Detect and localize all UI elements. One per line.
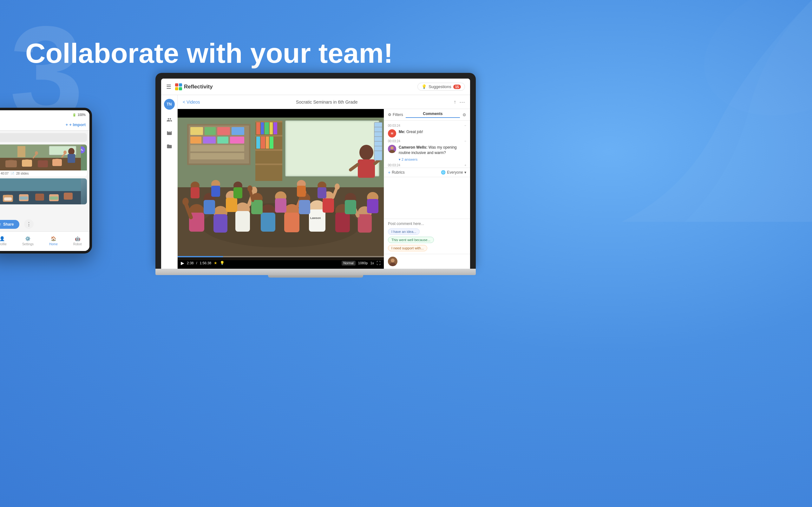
- laptop-screen: ☰ Reflectivity: [161, 78, 470, 269]
- app-header: ☰ Reflectivity: [161, 78, 470, 95]
- svg-rect-54: [255, 164, 282, 165]
- globe-icon: 🌐: [441, 170, 446, 175]
- comment1-author: Me:: [399, 130, 405, 134]
- total-time: 1:56:38: [200, 261, 211, 265]
- svg-rect-56: [261, 122, 264, 134]
- app-header-right: 💡 Suggestions 15: [417, 83, 465, 91]
- filter-button[interactable]: ⚙ Filters: [388, 112, 403, 117]
- app-header-left: ☰ Reflectivity: [166, 83, 213, 90]
- tablet-nav-robot[interactable]: 🤖 Robot: [73, 235, 82, 246]
- svg-rect-90: [261, 213, 275, 232]
- settings-nav-label: Settings: [22, 242, 34, 246]
- tablet-nav-profile[interactable]: 👤 Profile: [0, 235, 7, 246]
- svg-rect-105: [204, 200, 215, 214]
- current-time: 2:38: [187, 261, 194, 265]
- logo-sq-green: [179, 87, 182, 90]
- tablet-status-icons: 🔋 100%: [72, 113, 86, 117]
- tablet-nav-home[interactable]: 🏠 Home: [49, 235, 58, 246]
- logo-sq-red: [175, 83, 178, 87]
- svg-rect-55: [256, 122, 260, 134]
- video-duration: 40:07: [1, 172, 9, 175]
- svg-rect-59: [273, 122, 277, 134]
- classroom-video: Lawson: [177, 109, 384, 269]
- suggestions-label: Suggestions: [428, 84, 451, 89]
- resolution-label[interactable]: 1080p: [358, 261, 368, 265]
- everyone-dropdown[interactable]: 🌐 Everyone ▾: [441, 170, 466, 175]
- star-icon[interactable]: ★: [214, 261, 217, 265]
- normal-label[interactable]: Normal: [342, 261, 356, 266]
- play-button[interactable]: ▶: [181, 261, 184, 266]
- svg-point-138: [391, 259, 395, 262]
- laptop-base: [155, 269, 476, 275]
- app-logo: Reflectivity: [175, 83, 213, 90]
- quick-tag-went-well[interactable]: This went well because...: [388, 237, 434, 243]
- breadcrumb-back-link[interactable]: < Videos: [183, 100, 200, 105]
- logo-sq-blue: [179, 83, 182, 87]
- svg-point-119: [335, 183, 340, 190]
- suggestions-button[interactable]: 💡 Suggestions 15: [417, 83, 465, 91]
- svg-rect-121: [345, 200, 356, 214]
- rubrics-button[interactable]: + Rubrics: [388, 170, 405, 175]
- tablet-video-info-1: 🎬 40:07 📄 28 slides: [0, 170, 87, 176]
- tablet-more-button[interactable]: ⋮: [24, 219, 34, 229]
- tablet-video-item-1[interactable]: VL: [0, 145, 87, 176]
- import-label: + Import: [69, 122, 86, 127]
- expand-btn-1[interactable]: −: [464, 124, 466, 127]
- comment-avatar-me: M: [388, 129, 396, 137]
- svg-rect-62: [266, 136, 269, 149]
- hamburger-icon[interactable]: ☰: [166, 83, 171, 90]
- svg-rect-117: [322, 199, 334, 213]
- svg-rect-47: [230, 136, 244, 144]
- speed-label[interactable]: 1x: [370, 261, 374, 265]
- sidebar-film-icon[interactable]: [164, 127, 175, 139]
- tablet-toolbar: + + Import: [0, 119, 90, 130]
- comments-tab[interactable]: Comments: [406, 112, 460, 118]
- share-action-icon[interactable]: ↑: [454, 99, 456, 105]
- answers-button[interactable]: ▾ 2 answers: [384, 157, 470, 163]
- comments-list: 00:03:24 − M Me: Great job!: [384, 121, 470, 219]
- home-icon: 🏠: [50, 235, 56, 242]
- tablet-search-bar[interactable]: [0, 133, 87, 142]
- comment-input[interactable]: [388, 222, 466, 226]
- timestamp3-value: 00:03:24: [388, 164, 400, 167]
- bulb-icon[interactable]: 💡: [220, 261, 224, 265]
- svg-rect-30: [35, 193, 44, 201]
- tablet-battery-label: 100%: [78, 113, 86, 117]
- app-body: TN: [161, 95, 470, 269]
- comment-timestamp-3: 00:03:24 +: [384, 163, 470, 168]
- tablet-screen: ✦ 🔋 100% + + Import VL: [0, 110, 90, 251]
- tablet-bottom-nav: 👤 Profile ⚙️ Settings 🏠 Home 🤖 Robot: [0, 231, 90, 251]
- comments-panel: ⚙ Filters Comments ⚙: [384, 109, 470, 269]
- svg-rect-44: [190, 136, 201, 144]
- tablet-status-bar: ✦ 🔋 100%: [0, 110, 90, 119]
- svg-rect-57: [264, 122, 269, 134]
- filter-label: Filters: [393, 112, 403, 117]
- laptop-bezel: ☰ Reflectivity: [155, 73, 476, 269]
- comments-header: ⚙ Filters Comments ⚙: [384, 109, 470, 121]
- svg-rect-60: [256, 136, 260, 149]
- expand-btn-2[interactable]: −: [464, 139, 466, 143]
- tablet-share-button[interactable]: ↑ Share: [0, 220, 19, 229]
- laptop-device: ☰ Reflectivity: [155, 73, 476, 275]
- svg-rect-53: [255, 149, 282, 151]
- svg-rect-42: [217, 127, 230, 135]
- sidebar-people-icon[interactable]: [164, 114, 175, 125]
- breadcrumb: < Videos: [183, 100, 200, 105]
- fullscreen-button[interactable]: ⛶: [376, 261, 380, 266]
- svg-rect-51: [255, 121, 282, 122]
- tablet-battery-icon: 🔋: [72, 113, 76, 117]
- tablet-nav-settings[interactable]: ⚙️ Settings: [22, 235, 34, 246]
- more-action-icon[interactable]: ⋯: [459, 99, 465, 106]
- quick-tag-idea[interactable]: I have an idea...: [388, 228, 420, 235]
- sidebar-folder-icon[interactable]: [164, 141, 175, 152]
- comment-item-1: M Me: Great job!: [384, 128, 470, 139]
- quick-tag-support[interactable]: I need support with...: [388, 245, 427, 251]
- tablet-import-button[interactable]: + + Import: [66, 122, 86, 127]
- sidebar-user-avatar: TN: [164, 99, 175, 110]
- answers-label: ▾ 2 answers: [399, 158, 417, 162]
- expand-btn-3[interactable]: +: [464, 164, 466, 167]
- tablet-video-item-2[interactable]: [0, 178, 87, 205]
- app-subheader: < Videos Socratic Seminars in 6th Grade …: [177, 95, 470, 109]
- svg-rect-115: [299, 200, 310, 214]
- comments-settings-icon[interactable]: ⚙: [462, 112, 466, 117]
